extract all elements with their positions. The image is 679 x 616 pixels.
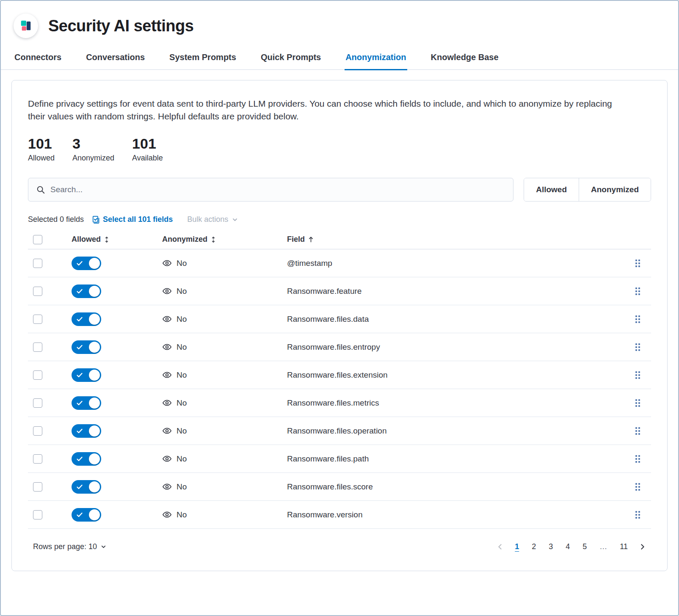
check-icon — [76, 288, 83, 295]
column-label: Anonymized — [162, 235, 207, 244]
stat-label: Available — [132, 154, 163, 163]
table-row: No Ransomware.files.score — [28, 473, 651, 501]
selection-row: Selected 0 fields Select all 101 fields … — [28, 215, 651, 224]
tab-anonymization[interactable]: Anonymization — [345, 52, 407, 70]
check-icon — [76, 316, 83, 323]
allowed-toggle[interactable] — [72, 508, 101, 522]
field-name: Ransomware.files.data — [287, 315, 369, 324]
row-checkbox[interactable] — [33, 315, 42, 324]
row-checkbox[interactable] — [33, 343, 42, 352]
eye-icon — [162, 510, 172, 519]
allowed-toggle[interactable] — [72, 480, 101, 494]
field-name: Ransomware.version — [287, 510, 362, 519]
security-ai-settings-page: Security AI settings ConnectorsConversat… — [0, 0, 679, 616]
anonymized-value: No — [177, 315, 187, 324]
select-all-checkbox[interactable] — [33, 235, 42, 244]
row-actions-button[interactable] — [633, 508, 643, 521]
allowed-toggle[interactable] — [72, 257, 101, 270]
select-all-button[interactable]: Select all 101 fields — [91, 215, 173, 224]
allowed-toggle[interactable] — [72, 312, 101, 326]
eye-icon — [162, 454, 172, 464]
allowed-toggle[interactable] — [72, 424, 101, 438]
toggle-knob — [89, 314, 100, 325]
pagination-ellipsis: … — [595, 540, 611, 554]
eye-icon — [162, 482, 172, 492]
allowed-toggle[interactable] — [72, 285, 101, 298]
select-all-link[interactable]: Select all 101 fields — [103, 215, 173, 224]
stat-allowed: 101Allowed — [28, 136, 55, 163]
selected-count: Selected 0 fields — [28, 215, 84, 224]
eye-icon — [162, 370, 172, 380]
column-header-field[interactable]: Field — [287, 235, 315, 244]
toggle-knob — [89, 258, 100, 269]
allowed-toggle[interactable] — [72, 452, 101, 466]
previous-page-button[interactable] — [494, 541, 506, 552]
tab-system-prompts[interactable]: System Prompts — [168, 52, 237, 69]
column-header-anonymized[interactable]: Anonymized — [162, 235, 217, 244]
app-header: Security AI settings — [1, 1, 678, 38]
eye-icon — [162, 342, 172, 352]
next-page-button[interactable] — [636, 541, 649, 552]
page-2-button[interactable]: 2 — [527, 540, 540, 554]
shield-icon — [19, 19, 32, 32]
search-input[interactable] — [50, 185, 505, 194]
filter-allowed-button[interactable]: Allowed — [524, 178, 579, 201]
pagination: 12345…11 — [494, 540, 649, 554]
allowed-toggle[interactable] — [72, 396, 101, 410]
row-actions-button[interactable] — [633, 453, 643, 465]
anonymized-value: No — [177, 482, 187, 492]
chevron-left-icon — [497, 543, 504, 550]
allowed-toggle[interactable] — [72, 340, 101, 354]
tab-conversations[interactable]: Conversations — [85, 52, 146, 69]
row-actions-button[interactable] — [633, 313, 643, 326]
chevron-down-icon — [100, 544, 107, 550]
tab-quick-prompts[interactable]: Quick Prompts — [260, 52, 322, 69]
row-actions-button[interactable] — [633, 369, 643, 381]
row-actions-button[interactable] — [633, 397, 643, 409]
row-checkbox[interactable] — [33, 454, 42, 464]
row-actions-button[interactable] — [633, 341, 643, 354]
row-checkbox[interactable] — [33, 510, 42, 519]
filter-anonymized-button[interactable]: Anonymized — [579, 178, 651, 201]
search-input-wrapper — [28, 178, 513, 202]
stat-anonymized: 3Anonymized — [72, 136, 114, 163]
row-checkbox[interactable] — [33, 398, 42, 408]
page-11-button[interactable]: 11 — [616, 540, 632, 554]
field-name: @timestamp — [287, 259, 332, 268]
bulk-actions-button[interactable]: Bulk actions — [187, 215, 238, 224]
row-actions-button[interactable] — [633, 425, 643, 437]
row-actions-button[interactable] — [633, 481, 643, 493]
field-name: Ransomware.files.entropy — [287, 343, 380, 352]
check-icon — [76, 400, 83, 406]
filter-button-group: AllowedAnonymized — [524, 178, 651, 202]
eye-icon — [162, 314, 172, 324]
page-1-button[interactable]: 1 — [511, 540, 523, 554]
toggle-knob — [89, 286, 100, 297]
anonymization-panel: Define privacy settings for event data s… — [11, 80, 668, 571]
eye-icon — [162, 258, 172, 268]
stat-value: 101 — [132, 136, 163, 152]
allowed-toggle[interactable] — [72, 368, 101, 382]
page-5-button[interactable]: 5 — [578, 540, 591, 554]
row-actions-button[interactable] — [633, 257, 643, 270]
rows-per-page-button[interactable]: Rows per page: 10 — [33, 542, 107, 551]
row-checkbox[interactable] — [33, 259, 42, 268]
page-4-button[interactable]: 4 — [561, 540, 574, 554]
row-actions-button[interactable] — [633, 285, 643, 298]
tab-knowledge-base[interactable]: Knowledge Base — [430, 52, 500, 69]
field-name: Ransomware.files.path — [287, 454, 369, 464]
tab-connectors[interactable]: Connectors — [14, 52, 62, 69]
bulk-actions-label: Bulk actions — [187, 215, 228, 224]
anonymized-value: No — [177, 259, 187, 268]
row-checkbox[interactable] — [33, 482, 42, 492]
select-all-pages-icon — [91, 215, 100, 224]
row-checkbox[interactable] — [33, 426, 42, 436]
row-checkbox[interactable] — [33, 370, 42, 380]
chevron-down-icon — [232, 216, 238, 223]
page-3-button[interactable]: 3 — [544, 540, 557, 554]
row-checkbox[interactable] — [33, 287, 42, 296]
table-row: No Ransomware.files.metrics — [28, 389, 651, 417]
column-header-allowed[interactable]: Allowed — [72, 235, 110, 244]
eye-icon — [162, 286, 172, 296]
check-icon — [76, 344, 83, 351]
